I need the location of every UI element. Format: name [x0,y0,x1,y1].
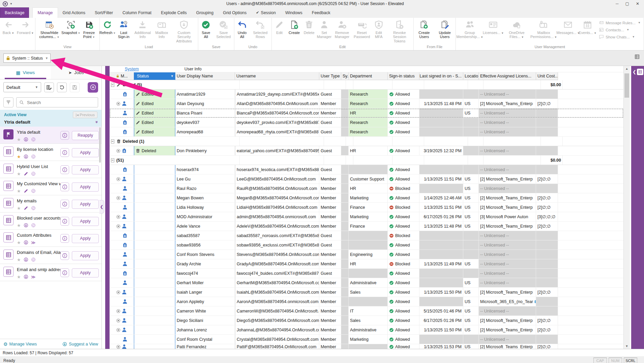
scroll-down-icon[interactable]: ▼ [624,344,630,348]
tab-windows[interactable]: Windows [281,7,307,18]
user-row-hoserax974[interactable]: hoserax974hoserax974_lesotica.com#EXT#@M… [110,165,623,174]
reapply-button[interactable]: Reapply [72,131,99,140]
user-row-deyokev937[interactable]: Editeddeyokev937deyokev937_provko.com#EX… [110,118,623,127]
view-item-my-emails[interactable]: My emails★Apply [0,195,101,212]
favorite-star-icon[interactable]: ★ [17,274,21,279]
show-chats-button[interactable]: Show Chats...▼ [599,34,641,39]
update-users-button[interactable]: Update Users [434,18,455,39]
user-row-grady-archie[interactable]: Grady ArchieGradyA@M365x88704954.OnMicro… [110,259,623,269]
user-row-patti-fernandez[interactable]: Patti FernandezPattiF@M365x88704954.OnMi… [110,344,623,349]
tab-backstage[interactable]: Backstage [0,7,29,18]
apply-button[interactable]: Apply [72,217,99,226]
undo-all-button[interactable]: Undo All [235,18,250,39]
view-item-blocked-user-accounts[interactable]: Blocked user accounts★Apply [0,212,101,230]
column-header-signin-status[interactable]: Sign-in status [388,72,419,80]
info-icon[interactable] [60,200,69,208]
user-row-amorepead68[interactable]: EditedAmorepead68Amorepead68_rhyta.com#E… [110,127,623,137]
last-sign-in-button[interactable]: Last Sign-in [115,18,133,39]
tab-views[interactable]: ▦ Views [0,66,51,79]
column-header-m[interactable]: M... [116,72,129,80]
grouping-selector[interactable]: System :: Status ▼ [3,54,51,63]
view-preset-dropdown[interactable]: Default ▼ [3,82,41,92]
message-rules-button[interactable]: Message Rules...▼ [599,20,641,25]
events-button[interactable]: Events...▼ [579,18,596,35]
forward-button[interactable]: Forward▼ [16,18,35,35]
column-header-locked[interactable] [129,72,134,80]
close-button[interactable]: ✕ [636,1,639,6]
maximize-button[interactable]: ▢ [625,1,629,6]
add-view-button[interactable] [88,82,98,93]
save-view-button[interactable] [70,82,80,92]
column-header-display-name[interactable]: User Display Name [175,72,235,80]
collapse-group-icon[interactable]: − [111,83,114,87]
info-icon[interactable] [60,251,69,260]
reset-password-button[interactable]: ***Reset Password [352,18,371,39]
group-row-51[interactable]: −(51)$0.00 [110,156,623,165]
minimize-button[interactable]: ─ [616,1,619,6]
view-item-email-and-smtp-addresses[interactable]: Email and smtp addresses★≫Apply [0,264,101,281]
user-row-gerhart-moller[interactable]: Gerhart MollerGerhartM@M365x88704954.OnM… [110,278,623,288]
mailbox-info-button[interactable]: Mailbox Info [153,18,171,39]
scrollbar-thumb[interactable] [624,73,629,98]
info-icon[interactable] [60,268,69,277]
apply-button[interactable]: Apply [72,148,99,157]
user-row-lee-gu[interactable]: Lee GuLeeG@M365x88704954.OnMicrosoft.com… [110,174,623,184]
suggest-view-button[interactable]: Suggest a View [62,342,98,346]
sidebar-collapse-handle[interactable]: ❮ [99,200,104,213]
favorite-star-icon[interactable]: ★ [17,154,21,159]
user-row-johanna-lorenz[interactable]: Johanna LorenzJohannaL@M365x88704954.OnM… [110,325,623,335]
scroll-up-icon[interactable]: ▲ [624,67,630,70]
band-system[interactable]: System [125,67,139,71]
column-header-location[interactable]: Locatio... [463,72,479,80]
user-row-fawocoj474[interactable]: fawocoj474fawocoj474_buides.com#EXT#@M36… [110,269,623,278]
column-header-username[interactable]: Username [235,72,319,80]
tab-grid-options[interactable]: Grid Options [218,7,251,18]
info-icon[interactable] [60,148,69,157]
collapse-group-icon[interactable]: − [111,139,114,143]
create-button[interactable]: Create [287,18,302,35]
band-user-info[interactable]: User Info [184,67,202,71]
apply-button[interactable]: Apply [72,183,99,192]
user-row-mod-administrator[interactable]: MOD Administratoradmin@M365x88704954.onm… [110,212,623,222]
user-row-allan-deyoung[interactable]: EditedAllan DeyoungAllanD@M365x88704954.… [110,99,623,108]
save-selected-button[interactable]: Save Selected [213,18,234,39]
custom-security-attributes-button[interactable]: Custom Security Attributes [171,18,198,43]
save-all-button[interactable]: Save All [199,18,213,39]
edit-mfa-button[interactable]: Edit MFA [371,18,386,39]
favorite-star-icon[interactable]: ★ [17,206,21,211]
edit-columns-button[interactable] [44,82,54,92]
quick-access-chevron-icon[interactable]: ▼ [10,2,12,5]
grid-tools-icon[interactable] [634,54,640,60]
group-row-edited-5[interactable]: −Edited (5)$0.00 [110,80,623,90]
user-row-aaron-appleby[interactable]: Aaron ApplebyAaronA@M365x88704954.onmicr… [110,297,623,306]
remove-manager-button[interactable]: Remove Manager [332,18,352,39]
tab-grouping[interactable]: Grouping [192,7,218,18]
apply-button[interactable]: Apply [72,200,99,209]
edit-button[interactable]: Edit [272,18,287,35]
user-row-megan-bowen[interactable]: Megan BowenMeganB@M365x88704954.OnMicros… [110,193,623,203]
tab-explode-cells[interactable]: Explode Cells [156,7,191,18]
additional-info-button[interactable]: Additional Info [133,18,153,39]
refresh-button[interactable]: Refresh▼ [100,18,115,35]
create-users-button[interactable]: Create Users [414,18,434,39]
user-row-isaiah-langer[interactable]: Isaiah LangerIsaiahL@M365x88704954.OnMic… [110,288,623,297]
user-row-annatimar1929[interactable]: EditedAnnatimar1929Annatimar1929_dayrep.… [110,90,623,99]
show-hide-columns-button[interactable]: Show/Hide columns...▼ [36,18,63,39]
favorite-star-icon[interactable]: ★ [17,257,21,262]
mailbox-permissions-button[interactable]: Mailbox Permissions...▼ [530,18,557,39]
tab-column-format[interactable]: Column Format [118,7,156,18]
tab-feedback[interactable]: Feedback [307,7,335,18]
info-icon[interactable] [60,234,69,243]
apply-button[interactable]: Apply [72,268,99,277]
set-manager-button[interactable]: Set Manager [317,18,332,39]
apply-button[interactable]: Apply [72,165,99,174]
user-row-cameron-white[interactable]: Cameron WhiteCameronW@M365x88704954.OnMi… [110,306,623,316]
back-button[interactable]: Back▼ [1,18,16,35]
expand-right-panel-button[interactable]: ❮ [633,69,643,75]
view-item-custom-attributes[interactable]: Custom Attributes★≫Apply [0,230,101,247]
user-row-don-pinkleberry[interactable]: DeletedDon Pinkleberryeatorial_yahoo.com… [110,146,623,156]
selected-rows-button[interactable]: Selected Rows [250,18,271,39]
tab-session[interactable]: ✔Session [251,7,281,18]
column-header-department[interactable]: Department [349,72,388,80]
view-item-hybrid-user-list[interactable]: Hybrid User List★Apply [0,161,101,178]
